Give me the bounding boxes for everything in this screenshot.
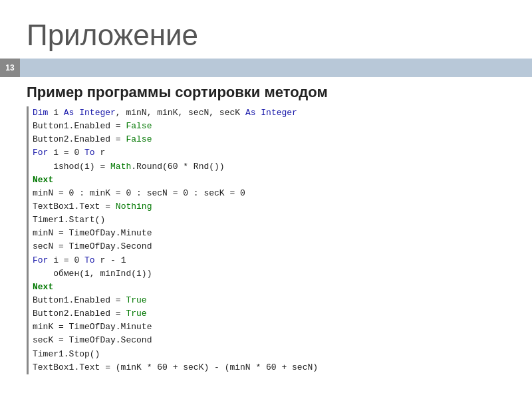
code-line-6: Next xyxy=(33,174,505,187)
slide-number-line xyxy=(20,59,532,77)
code-line-9: Timer1.Start() xyxy=(33,213,505,227)
code-line-19: Timer1.Stop() xyxy=(33,348,505,361)
code-line-17: minK = TimeOfDay.Minute xyxy=(33,321,505,334)
slide: Приложение 13 Пример программы сортировк… xyxy=(0,0,532,399)
code-line-16: Button2.Enabled = True xyxy=(33,307,505,321)
slide-number: 13 xyxy=(0,59,20,77)
code-line-7: minN = 0 : minK = 0 : secN = 0 : secK = … xyxy=(33,187,505,200)
code-line-18: secK = TimeOfDay.Second xyxy=(33,334,505,347)
code-line-15: Button1.Enabled = True xyxy=(33,294,505,307)
code-line-3: Button2.Enabled = False xyxy=(33,133,505,146)
code-line-1: Dim i As Integer, minN, minK, secN, secK… xyxy=(33,106,505,120)
code-line-10: minN = TimeOfDay.Minute xyxy=(33,227,505,240)
slide-title: Приложение xyxy=(0,0,532,59)
content-title: Пример программы сортировки методом xyxy=(27,84,505,101)
code-block: Dim i As Integer, minN, minK, secN, secK… xyxy=(27,106,505,374)
code-line-4: For i = 0 To r xyxy=(33,146,505,160)
slide-number-bar: 13 xyxy=(0,59,532,77)
code-line-12: For i = 0 To r - 1 xyxy=(33,254,505,267)
code-line-11: secN = TimeOfDay.Second xyxy=(33,240,505,253)
code-line-20: TextBox1.Text = (minK * 60 + secK) - (mi… xyxy=(33,361,505,374)
code-line-13: обмен(i, minInd(i)) xyxy=(33,267,505,281)
code-line-2: Button1.Enabled = False xyxy=(33,120,505,133)
code-line-8: TextBox1.Text = Nothing xyxy=(33,200,505,213)
code-line-14: Next xyxy=(33,281,505,294)
slide-content: Пример программы сортировки методом Dim … xyxy=(0,77,532,399)
code-line-5: ishod(i) = Math.Round(60 * Rnd()) xyxy=(33,160,505,174)
